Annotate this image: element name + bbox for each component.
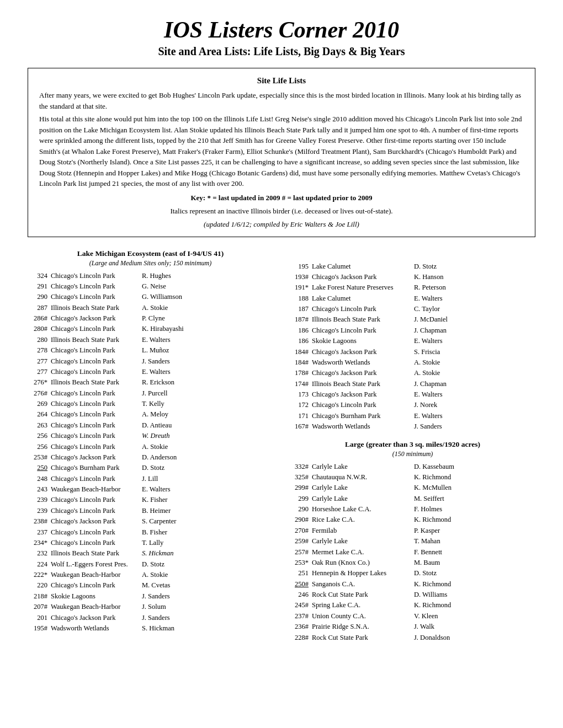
info-para-1: After many years, we were excited to get… — [39, 90, 524, 111]
left-section-subheader: (Large and Medium Sites only; 150 minimu… — [28, 259, 273, 267]
list-item: 178#Chicago's Jackson ParkA. Stokie — [290, 368, 535, 378]
list-item: 184#Wadsworth WetlandsA. Stokie — [290, 357, 535, 368]
list-item: 253*Oak Run (Knox Co.)M. Baum — [290, 558, 535, 568]
list-item: 243Waukegan Beach-HarborE. Walters — [28, 484, 273, 495]
right-column: 195Lake CalumetD. Stotz193#Chicago's Jac… — [290, 249, 535, 643]
list-item: 220Chicago's Lincoln ParkM. Cvetas — [28, 580, 273, 591]
list-item: 171Chicago's Burnham ParkE. Walters — [290, 411, 535, 421]
large-section-header: Large (greater than 3 sq. miles/1920 acr… — [290, 440, 535, 449]
list-item: 250#Sanganois C.A.K. Richmond — [290, 579, 535, 590]
main-title: IOS Listers Corner 2010 — [28, 17, 535, 43]
list-item: 263Chicago's Lincoln ParkD. Antieau — [28, 420, 273, 431]
list-item: 290#Rice Lake C.A.K. Richmond — [290, 515, 535, 525]
list-item: 195#Wadsworth WetlandsS. Hickman — [28, 623, 273, 634]
list-item: 332#Carlyle LakeD. Kassebaum — [290, 462, 535, 472]
list-item: 290Chicago's Lincoln ParkG. Williamson — [28, 292, 273, 302]
list-item: 224Wolf L.-Eggers Forest Pres.D. Stotz — [28, 559, 273, 570]
list-item: 228#Rock Cut State ParkJ. Donaldson — [290, 633, 535, 643]
list-item: 232Illinois Beach State ParkS. Hickman — [28, 548, 273, 559]
list-item: 186Skokie LagoonsE. Walters — [290, 336, 535, 346]
list-item: 325#Chautauqua N.W.R.K. Richmond — [290, 472, 535, 483]
list-item: 222*Waukegan Beach-HarborA. Stokie — [28, 570, 273, 580]
list-item: 251Hennepin & Hopper LakesD. Stotz — [290, 568, 535, 579]
columns-area: Lake Michigan Ecosystem (east of I-94/US… — [28, 249, 535, 643]
list-item: 277Chicago's Lincoln ParkJ. Sanders — [28, 356, 273, 367]
list-item: 277Chicago's Lincoln ParkE. Walters — [28, 367, 273, 377]
list-item: 291Chicago's Lincoln ParkG. Neise — [28, 281, 273, 292]
large-entries-list: 332#Carlyle LakeD. Kassebaum325#Chautauq… — [290, 462, 535, 643]
list-item: 238#Chicago's Jackson ParkS. Carpenter — [28, 516, 273, 527]
info-box-content: After many years, we were excited to get… — [39, 90, 524, 189]
info-box: Site Life Lists After many years, we wer… — [28, 68, 535, 237]
list-item: 299#Carlyle LakeK. McMullen — [290, 483, 535, 493]
list-item: 253#Chicago's Jackson ParkD. Anderson — [28, 452, 273, 463]
list-item: 174#Illinois Beach State ParkJ. Chapman — [290, 379, 535, 389]
list-item: 280Illinois Beach State ParkE. Walters — [28, 335, 273, 345]
list-item: 286#Chicago's Jackson ParkP. Clyne — [28, 313, 273, 324]
list-item: 250Chicago's Burnham ParkD. Stotz — [28, 463, 273, 473]
list-item: 239Chicago's Lincoln ParkK. Fisher — [28, 495, 273, 505]
list-item: 276*Illinois Beach State ParkR. Erickson — [28, 377, 273, 388]
left-column: Lake Michigan Ecosystem (east of I-94/US… — [28, 249, 273, 643]
list-item: 172Chicago's Lincoln ParkJ. Norek — [290, 400, 535, 410]
subtitle: Site and Area Lists: Life Lists, Big Day… — [28, 45, 535, 58]
list-item: 248Chicago's Lincoln ParkJ. Lill — [28, 474, 273, 484]
list-item: 186Chicago's Lincoln ParkJ. Chapman — [290, 325, 535, 336]
list-item: 324Chicago's Lincoln ParkR. Hughes — [28, 271, 273, 281]
italics-line: Italics represent an inactive Illinois b… — [39, 207, 524, 216]
info-box-title: Site Life Lists — [39, 76, 524, 85]
list-item: 187#Illinois Beach State ParkJ. McDaniel — [290, 314, 535, 325]
list-item: 245#Spring Lake C.A.K. Richmond — [290, 600, 535, 611]
list-item: 290Horseshoe Lake C.A.F. Holmes — [290, 504, 535, 515]
list-item: 270#FermilabP. Kasper — [290, 526, 535, 536]
right-upper-entries: 195Lake CalumetD. Stotz193#Chicago's Jac… — [290, 261, 535, 432]
list-item: 184#Chicago's Jackson ParkS. Friscia — [290, 347, 535, 357]
list-item: 234*Chicago's Lincoln ParkT. Lally — [28, 538, 273, 548]
list-item: 280#Chicago's Lincoln ParkK. Hirabayashi — [28, 324, 273, 334]
list-item: 269Chicago's Lincoln ParkT. Kelly — [28, 399, 273, 409]
list-item: 259#Carlyle LakeT. Mahan — [290, 536, 535, 547]
list-item: 195Lake CalumetD. Stotz — [290, 261, 535, 272]
list-item: 207#Waukegan Beach-HarborJ. Solum — [28, 602, 273, 612]
list-item: 188Lake CalumetE. Walters — [290, 293, 535, 304]
list-item: 276#Chicago's Lincoln ParkJ. Purcell — [28, 388, 273, 399]
list-item: 264Chicago's Lincoln ParkA. Meloy — [28, 409, 273, 420]
list-item: 246Rock Cut State ParkD. Williams — [290, 590, 535, 600]
list-item: 237#Union County C.A.V. Kleen — [290, 611, 535, 622]
list-item: 256Chicago's Lincoln ParkA. Stokie — [28, 442, 273, 452]
list-item: 278Chicago's Lincoln ParkL. Muñoz — [28, 345, 273, 356]
list-item: 218#Skokie LagoonsJ. Sanders — [28, 591, 273, 602]
list-item: 287Illinois Beach State ParkA. Stokie — [28, 303, 273, 313]
list-item: 236#Prairie Ridge S.N.A.J. Walk — [290, 622, 535, 632]
info-para-2: His total at this site alone would put h… — [39, 114, 524, 189]
list-item: 173Chicago's Jackson ParkE. Walters — [290, 389, 535, 400]
list-item: 257#Mermet Lake C.A.F. Bennett — [290, 547, 535, 558]
list-item: 187Chicago's Lincoln ParkC. Taylor — [290, 304, 535, 314]
list-item: 193#Chicago's Jackson ParkK. Hanson — [290, 272, 535, 282]
list-item: 299Carlyle LakeM. Seiffert — [290, 494, 535, 504]
list-item: 201Chicago's Jackson ParkJ. Sanders — [28, 613, 273, 623]
left-entries-list: 324Chicago's Lincoln ParkR. Hughes291Chi… — [28, 271, 273, 634]
updated-line: (updated 1/6/12; compiled by Eric Walter… — [39, 220, 524, 229]
list-item: 237Chicago's Lincoln ParkB. Fisher — [28, 527, 273, 538]
left-section-header: Lake Michigan Ecosystem (east of I-94/US… — [28, 249, 273, 258]
large-section-subheader: (150 minimum) — [290, 450, 535, 458]
list-item: 167#Wadsworth WetlandsJ. Sanders — [290, 421, 535, 432]
list-item: 256Chicago's Lincoln ParkW. Dreuth — [28, 431, 273, 441]
key-line: Key: * = last updated in 2009 # = last u… — [39, 194, 524, 202]
list-item: 191*Lake Forest Nature PreservesR. Peter… — [290, 282, 535, 293]
list-item: 239Chicago's Lincoln ParkB. Heimer — [28, 506, 273, 516]
